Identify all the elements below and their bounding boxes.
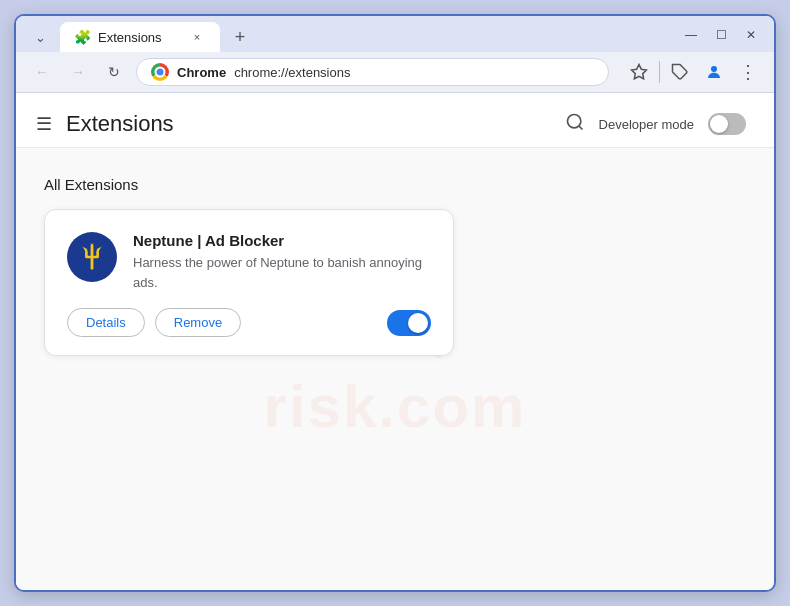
svg-marker-0 [632,65,647,79]
close-button[interactable]: ✕ [738,22,764,48]
maximize-button[interactable]: ☐ [708,22,734,48]
address-divider [659,61,660,83]
extension-info: Neptune | Ad Blocker Harness the power o… [133,232,431,292]
header-left: ☰ Extensions [36,111,174,137]
section-title: All Extensions [44,176,746,193]
remove-button[interactable]: Remove [155,308,241,337]
hamburger-menu-icon[interactable]: ☰ [36,113,52,135]
reload-button[interactable]: ↻ [100,58,128,86]
tab-expand-button[interactable]: ⌄ [26,23,54,51]
tab-title: Extensions [98,30,180,45]
extension-actions: Details Remove [67,308,431,337]
page-content: 🔍 risk.com ☰ Extensions Developer mode A… [16,93,774,590]
header-right: Developer mode [565,112,746,137]
svg-point-3 [567,114,580,127]
address-bar-icons: ⋮ [625,58,762,86]
page-title: Extensions [66,111,174,137]
address-bar[interactable]: Chrome chrome://extensions [136,58,609,86]
extension-card: Neptune | Ad Blocker Harness the power o… [44,209,454,356]
browser-window: ⌄ 🧩 Extensions × + — ☐ ✕ ← → ↻ Chrome ch… [14,14,776,592]
toggle-knob [710,115,728,133]
window-controls: — ☐ ✕ [678,22,764,52]
tab-bar-left: ⌄ 🧩 Extensions × + [26,22,254,52]
extensions-header: ☰ Extensions Developer mode [16,93,774,148]
address-bar-row: ← → ↻ Chrome chrome://extensions ⋮ [16,52,774,93]
extension-card-top: Neptune | Ad Blocker Harness the power o… [67,232,431,292]
back-button[interactable]: ← [28,58,56,86]
extension-toggle-knob [408,313,428,333]
developer-mode-toggle[interactable] [708,113,746,135]
browser-menu-icon[interactable]: ⋮ [734,58,762,86]
extension-enabled-toggle[interactable] [387,310,431,336]
search-icon[interactable] [565,112,585,137]
extensions-puzzle-icon[interactable] [666,58,694,86]
extension-description: Harness the power of Neptune to banish a… [133,253,431,292]
address-text: chrome://extensions [234,65,594,80]
active-tab[interactable]: 🧩 Extensions × [60,22,220,52]
chrome-logo-icon [151,63,169,81]
developer-mode-label: Developer mode [599,117,694,132]
svg-point-2 [711,66,717,72]
tab-favicon: 🧩 [74,29,90,45]
title-bar: ⌄ 🧩 Extensions × + — ☐ ✕ [16,16,774,52]
profile-icon[interactable] [700,58,728,86]
minimize-button[interactable]: — [678,22,704,48]
extension-toggle [387,310,431,336]
main-area: All Extensions [16,148,774,384]
details-button[interactable]: Details [67,308,145,337]
extension-icon [67,232,117,282]
svg-line-4 [578,125,582,129]
new-tab-button[interactable]: + [226,23,254,51]
forward-button[interactable]: → [64,58,92,86]
tab-close-button[interactable]: × [188,28,206,46]
bookmark-icon[interactable] [625,58,653,86]
chrome-brand-label: Chrome [177,65,226,80]
extension-name: Neptune | Ad Blocker [133,232,431,249]
